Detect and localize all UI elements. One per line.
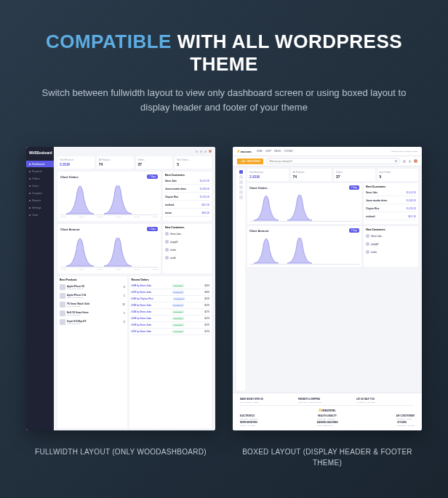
menu-icon: ≡ (240, 160, 241, 163)
boxed-card-wrap: Amazone. HOME SHOP PAGES CONTACT Registe… (233, 147, 422, 468)
theme-toolbar: ≡ALL CATEGORIES (233, 156, 422, 166)
sidebar-item-dashboard[interactable]: Dashboard (26, 161, 54, 167)
chart-amount: Chart Amount7 Days 11 Jan12 Jan13 Jan14 … (57, 224, 161, 273)
bell-icon[interactable] (403, 160, 406, 163)
sidebar-icon[interactable] (239, 175, 243, 179)
footer-logo: Amazone. (240, 406, 415, 414)
avatar-icon (165, 248, 169, 252)
boxed-preview: Amazone. HOME SHOP PAGES CONTACT Registe… (233, 147, 422, 430)
chart-row-1: Chart Orders7 Days 11 Jan12 Jan13 Jan14 … (57, 172, 212, 221)
search-field[interactable] (266, 158, 400, 164)
nav-home[interactable]: HOME (257, 150, 263, 153)
hero-title-accent: COMPATIBLE (46, 31, 172, 52)
product-thumb (60, 310, 65, 316)
sidebar-item-tools[interactable]: Tools (26, 212, 54, 218)
sidebar-icon[interactable] (239, 170, 243, 174)
sidebar-icon[interactable] (239, 180, 243, 184)
app-logo: WHSBoxboard (26, 150, 54, 156)
nav-shop[interactable]: SHOP (265, 150, 271, 153)
fullwidth-preview: WHSBoxboard Dashboard Products Orders Us… (26, 147, 215, 430)
chart-row-2: Chart Amount7 Days 11 Jan12 Jan13 Jan14 … (57, 224, 212, 273)
topbar (57, 149, 212, 153)
sidebar-icon[interactable] (239, 190, 243, 194)
product-thumb (60, 319, 65, 325)
cart-icon[interactable] (409, 160, 412, 163)
chart-orders: Chart Orders7 Days 11 Jan12 Jan13 Jan14 … (57, 172, 161, 221)
sidebar-icon[interactable] (239, 185, 243, 189)
theme-footer: MAKE MONEY WITH USSell on Amazone · Affi… (233, 393, 422, 430)
categories-button[interactable]: ≡ALL CATEGORIES (237, 158, 263, 164)
theme-logo[interactable]: Amazone. (237, 149, 252, 153)
sidebar-item-users[interactable]: Users (26, 182, 54, 189)
nav-contact[interactable]: CONTACT (284, 150, 293, 153)
chart-range-button[interactable]: 7 Days (147, 174, 158, 179)
boxed-body: Total Revenue2.81M All Products74 Orders… (233, 166, 422, 393)
theme-nav: HOME SHOP PAGES CONTACT (257, 150, 294, 153)
sidebar-item-settings[interactable]: Settings (26, 204, 54, 211)
stat-products: All Products74 (97, 156, 134, 169)
boxed-caption: BOXED LAYOUT (DISPLAY HEADER & FOOTER TH… (233, 446, 422, 468)
main-area: Total Revenue2.81M All Products74 Orders… (54, 147, 215, 430)
bottom-row: Best Products Apple iPhone XSlorem ipsum… (57, 276, 212, 428)
bell-icon[interactable] (200, 150, 202, 153)
sidebar-item-coupons[interactable]: Coupons (26, 190, 54, 196)
fullwidth-caption: FULLWIDTH LAYOUT (ONLY WOODASHBOARD) (26, 446, 215, 457)
nav-pages[interactable]: PAGES (274, 150, 281, 153)
recent-orders: Recent Orders #198 by Steve JobsComplete… (129, 276, 212, 428)
chat-icon[interactable] (204, 150, 207, 153)
avatar-icon (165, 256, 169, 260)
chart-range-button[interactable]: 7 Days (147, 227, 158, 231)
stats-row: Total Revenue2.81M All Products74 Orders… (57, 156, 212, 169)
footer-promo: MAKE MONEY WITH USSell on Amazone · Affi… (240, 396, 415, 406)
sidebar-icon[interactable] (239, 196, 243, 199)
fullwidth-card-wrap: WHSBoxboard Dashboard Products Orders Us… (26, 147, 215, 468)
chart-bump-a (66, 185, 94, 214)
sidebar-item-orders[interactable]: Orders (26, 175, 54, 182)
search-input[interactable] (269, 160, 395, 163)
hero-title-rest: WITH ALL WORDPRESS THEME (172, 31, 402, 75)
hero-title: COMPATIBLE WITH ALL WORDPRESS THEME (20, 31, 428, 76)
avatar[interactable] (414, 159, 417, 163)
stat-orders: Orders37 (136, 156, 173, 169)
sidebar: WHSBoxboard Dashboard Products Orders Us… (26, 147, 54, 430)
search-icon[interactable] (395, 160, 397, 162)
theme-header: Amazone. HOME SHOP PAGES CONTACT Registe… (233, 147, 422, 156)
new-customers: New Customers Steve Jobs jungqilif testk… (163, 224, 212, 273)
globe-icon[interactable] (196, 150, 198, 153)
product-thumb (60, 293, 65, 299)
best-products: Best Products Apple iPhone XSlorem ipsum… (57, 276, 127, 428)
best-customers: Best Customers Steve Jobs$2,450.00 Jason… (163, 172, 212, 221)
stat-new: New Orders5 (175, 156, 212, 169)
header-auth-link[interactable]: Register/Login or create a Seller (391, 150, 417, 153)
sidebar-menu: Dashboard Products Orders Users Coupons … (26, 161, 54, 218)
hero: COMPATIBLE WITH ALL WORDPRESS THEME Swit… (0, 0, 448, 132)
mini-sidebar (236, 169, 245, 390)
chart-bump-b (104, 185, 132, 214)
preview-cards: WHSBoxboard Dashboard Products Orders Us… (0, 132, 448, 468)
stat-revenue: Total Revenue2.81M (57, 156, 95, 169)
avatar-icon (165, 232, 169, 236)
sidebar-item-products[interactable]: Products (26, 168, 54, 174)
avatar[interactable] (209, 150, 212, 153)
product-thumb (60, 284, 65, 290)
footer-columns: ELECTRONICSTelevisions · Headphones HEAL… (240, 414, 415, 419)
hero-subtitle: Switch between fullwidth layout to view … (35, 86, 413, 115)
sidebar-item-reports[interactable]: Reports (26, 197, 54, 204)
product-thumb (60, 302, 65, 308)
avatar-icon (165, 240, 169, 244)
